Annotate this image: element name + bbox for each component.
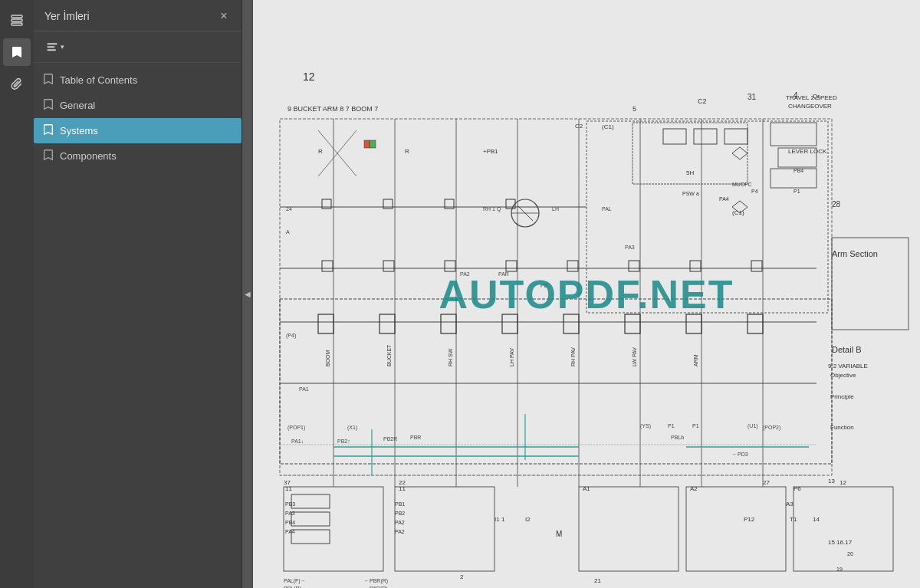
svg-text:4: 4 bbox=[794, 91, 798, 100]
svg-text:(POP2): (POP2) bbox=[763, 425, 780, 431]
svg-text:RH PAV: RH PAV bbox=[570, 347, 576, 366]
svg-text:15 16.17: 15 16.17 bbox=[828, 539, 853, 546]
svg-text:31: 31 bbox=[748, 93, 757, 101]
svg-text:PA1: PA1 bbox=[299, 386, 309, 392]
svg-text:PA3: PA3 bbox=[285, 511, 295, 516]
collapse-arrow-icon: ◀ bbox=[245, 290, 251, 298]
svg-text:LH PAV: LH PAV bbox=[509, 348, 514, 366]
bookmark-item-icon bbox=[43, 149, 54, 163]
svg-text:R: R bbox=[318, 148, 323, 155]
sidebar-collapse-toggle[interactable]: ◀ bbox=[242, 0, 253, 588]
main-content: 12 9 BUCKET ARM 8 7 BOOM 7 TRAVEL 2-SPEE… bbox=[253, 0, 920, 588]
sidebar-item-components[interactable]: Components bbox=[34, 143, 242, 169]
svg-text:Principle: Principle bbox=[830, 393, 854, 400]
sidebar-item-label: Table of Contents bbox=[60, 74, 137, 86]
sidebar-title: Yer İmleri bbox=[44, 10, 90, 22]
svg-text:9 BUCKET ARM 8  7 BOOM 7: 9 BUCKET ARM 8 7 BOOM 7 bbox=[288, 105, 378, 113]
svg-text:(C1): (C1) bbox=[602, 123, 614, 130]
svg-text:14: 14 bbox=[813, 516, 820, 523]
svg-text:(YS): (YS) bbox=[640, 423, 651, 429]
svg-text:19: 19 bbox=[836, 567, 843, 572]
svg-text:Arm Section: Arm Section bbox=[832, 249, 878, 258]
svg-text:A1: A1 bbox=[583, 485, 590, 492]
sidebar-toolbar: ▾ bbox=[34, 31, 242, 63]
svg-text:(X1): (X1) bbox=[347, 425, 357, 431]
svg-text:+PB1: +PB1 bbox=[483, 148, 498, 155]
svg-text:PB1: PB1 bbox=[395, 501, 405, 507]
sidebar-item-table-of-contents[interactable]: Table of Contents bbox=[34, 67, 242, 93]
dropdown-chevron: ▾ bbox=[61, 43, 64, 51]
svg-text:Objective: Objective bbox=[830, 372, 856, 379]
sidebar-item-label: Components bbox=[60, 150, 117, 162]
svg-text:PA4: PA4 bbox=[719, 196, 729, 202]
svg-text:PB3: PB3 bbox=[285, 501, 295, 507]
svg-text:(P4): (P4) bbox=[286, 333, 296, 339]
svg-text:PA2: PA2 bbox=[395, 520, 405, 525]
bookmark-item-icon bbox=[43, 73, 54, 87]
svg-text:I2: I2 bbox=[525, 516, 531, 523]
svg-text:RH SW: RH SW bbox=[448, 348, 453, 366]
svg-text:CHANGEOVER: CHANGEOVER bbox=[788, 103, 832, 110]
svg-text:(C1): (C1) bbox=[732, 209, 744, 216]
svg-text:PB2R: PB2R bbox=[383, 436, 397, 442]
icon-bar bbox=[0, 0, 34, 588]
svg-text:12: 12 bbox=[303, 71, 315, 83]
svg-text:A: A bbox=[286, 229, 290, 235]
svg-text:LEVER LOCK: LEVER LOCK bbox=[788, 148, 827, 155]
svg-text:P6: P6 bbox=[794, 485, 801, 492]
sidebar-bookmarks-list: Table of ContentsGeneralSystemsComponent… bbox=[34, 63, 242, 588]
bookmark-nav-button[interactable] bbox=[3, 38, 31, 66]
svg-rect-72 bbox=[370, 140, 376, 148]
svg-text:I1 1: I1 1 bbox=[495, 516, 505, 523]
attachments-button[interactable] bbox=[3, 71, 31, 98]
watermark: AUTOPDF.NET bbox=[439, 271, 734, 317]
svg-text:PB4: PB4 bbox=[285, 520, 295, 525]
svg-text:2: 2 bbox=[460, 573, 464, 580]
sidebar-item-general[interactable]: General bbox=[34, 93, 242, 118]
svg-text:24: 24 bbox=[286, 206, 292, 212]
svg-text:20: 20 bbox=[847, 551, 853, 557]
toolbar-dropdown-button[interactable]: ▾ bbox=[41, 38, 69, 56]
svg-text:(U1): (U1) bbox=[748, 423, 758, 429]
svg-text:M: M bbox=[556, 530, 562, 538]
svg-text:11: 11 bbox=[285, 485, 292, 492]
svg-text:PB4: PB4 bbox=[794, 168, 803, 173]
svg-rect-73 bbox=[364, 140, 370, 148]
pdf-area: 12 9 BUCKET ARM 8 7 BOOM 7 TRAVEL 2-SPEE… bbox=[253, 0, 920, 588]
svg-text:Function: Function bbox=[830, 424, 854, 431]
svg-text:PBLb: PBLb bbox=[671, 435, 684, 440]
svg-rect-5 bbox=[48, 49, 56, 51]
svg-text:PA3: PA3 bbox=[625, 245, 635, 250]
svg-text:A3: A3 bbox=[786, 501, 794, 508]
svg-text:5H: 5H bbox=[686, 169, 694, 176]
svg-text:P1: P1 bbox=[668, 423, 675, 429]
svg-text:Qr.: Qr. bbox=[813, 93, 821, 100]
svg-rect-1 bbox=[12, 19, 22, 21]
svg-text:←PD3: ←PD3 bbox=[732, 452, 748, 457]
sidebar-panel: Yer İmleri × ▾ Table of ContentsGeneralS… bbox=[34, 0, 242, 588]
svg-text:ARM: ARM bbox=[693, 354, 698, 366]
sidebar-item-systems[interactable]: Systems bbox=[34, 118, 242, 143]
svg-text:RH 1 Q: RH 1 Q bbox=[483, 206, 501, 212]
sidebar-item-label: General bbox=[60, 100, 95, 111]
svg-text:P12: P12 bbox=[744, 516, 755, 523]
svg-text:PSW a: PSW a bbox=[682, 191, 699, 196]
svg-text:T1: T1 bbox=[790, 516, 797, 523]
svg-text:13: 13 bbox=[828, 478, 835, 485]
svg-text:(POP1): (POP1) bbox=[288, 425, 305, 431]
svg-text:LW PAV: LW PAV bbox=[632, 347, 637, 366]
sidebar-close-button[interactable]: × bbox=[215, 8, 232, 25]
svg-text:PAL: PAL bbox=[602, 206, 612, 212]
svg-rect-3 bbox=[48, 43, 58, 44]
svg-text:PA4: PA4 bbox=[285, 529, 295, 534]
svg-text:12: 12 bbox=[840, 479, 846, 486]
svg-text:PA2: PA2 bbox=[395, 529, 405, 534]
svg-text:PBR: PBR bbox=[410, 435, 421, 440]
svg-rect-2 bbox=[12, 23, 22, 25]
layers-button[interactable] bbox=[3, 6, 31, 34]
svg-text:5: 5 bbox=[632, 105, 636, 113]
svg-text:P4: P4 bbox=[751, 189, 758, 194]
svg-text:Detail B: Detail B bbox=[832, 345, 862, 354]
svg-text:LH: LH bbox=[552, 206, 559, 212]
svg-text:11: 11 bbox=[399, 485, 406, 492]
